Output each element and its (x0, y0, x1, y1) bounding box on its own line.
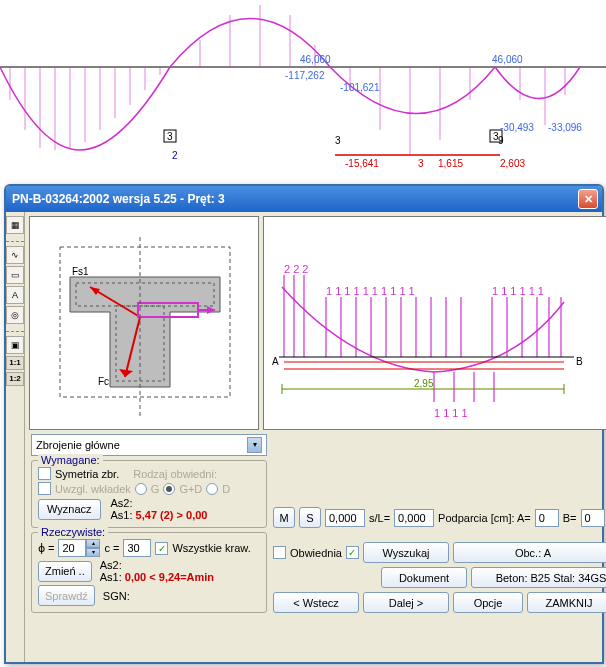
tool-section-icon[interactable]: ▭ (6, 266, 24, 284)
radio-g (135, 483, 147, 495)
zoom-1-1[interactable]: 1:1 (6, 356, 24, 370)
btn-zmien[interactable]: Zmień .. (38, 561, 92, 582)
rzeczywiste-title: Rzeczywiste: (38, 526, 108, 538)
tool-1[interactable]: ▦ (6, 216, 24, 234)
window-title: PN-B-03264:2002 wersja 5.25 - Pręt: 3 (10, 192, 578, 206)
tool-target-icon[interactable]: ◎ (6, 306, 24, 324)
sL-value[interactable]: 0,000 (394, 509, 434, 527)
close-button[interactable]: ✕ (578, 189, 598, 209)
chk-wyszukaj-toggle[interactable] (346, 546, 359, 559)
node-2: 2 (172, 150, 178, 161)
btn-dokument[interactable]: Dokument (381, 567, 467, 588)
group-rzeczywiste: Rzeczywiste: ϕ = 20▴▾ c = 30 Wszystkie k… (31, 532, 267, 613)
chk-symetria[interactable] (38, 467, 51, 480)
titlebar[interactable]: PN-B-03264:2002 wersja 5.25 - Pręt: 3 ✕ (6, 186, 602, 212)
btn-dalej[interactable]: Dalej > (363, 592, 449, 613)
val-101621: -101,621 (340, 82, 379, 93)
top-222: 2 2 2 (284, 263, 308, 275)
chevron-down-icon: ▾ (247, 437, 262, 453)
support-B[interactable]: 0 (581, 509, 605, 527)
view-mode-dropdown[interactable]: Zbrojenie główne ▾ (31, 434, 267, 456)
val-117262: -117,262 (285, 70, 324, 81)
val-46060-b: 46,060 (492, 54, 523, 65)
radio-d (206, 483, 218, 495)
btn-zamknij[interactable]: ZAMKNIJ (527, 592, 606, 613)
A-label: A (272, 356, 279, 367)
val-33096: -33,096 (548, 122, 582, 133)
btn-obc-a[interactable]: Obc.: A (453, 542, 606, 563)
left-toolbar: ▦ ∿ ▭ A ◎ ▣ 1:1 1:2 (6, 212, 25, 662)
c-input[interactable]: 30 (123, 539, 151, 557)
chk-wszystkie[interactable] (155, 542, 168, 555)
ones-2: 1 1 1 1 1 1 (492, 285, 544, 297)
svg-text:3: 3 (167, 131, 173, 142)
btn-wstecz[interactable]: < Wstecz (273, 592, 359, 613)
val-30493: -30,493 (500, 122, 534, 133)
lbl-symetria: Symetria zbr. (55, 468, 119, 480)
moment-diagram: 3 3 46,060 -117,262 -101,621 46,060 -30,… (0, 0, 606, 180)
btn-M[interactable]: M (273, 507, 295, 528)
node-3b: 3 (335, 135, 341, 146)
cross-section-view[interactable]: Fs1 Fc (29, 216, 259, 430)
wymagane-title: Wymagane: (38, 454, 103, 466)
lbl-uwzgl: Uwzgl. wkładek (55, 483, 131, 495)
fc-label: Fc (98, 376, 109, 387)
btn-S[interactable]: S (299, 507, 321, 528)
phi-input[interactable]: 20 (58, 539, 86, 557)
val-1615: 1,615 (438, 158, 463, 169)
lbl-rodzaj: Rodzaj obwiedni: (133, 468, 217, 480)
group-wymagane: Wymagane: Symetria zbr. Rodzaj obwiedni:… (31, 460, 267, 528)
btn-beton-stal[interactable]: Beton: B25 Stal: 34GS (471, 567, 606, 588)
fs1-label: Fs1 (72, 266, 89, 277)
ms-value[interactable]: 0,000 (325, 509, 365, 527)
tool-curve-icon[interactable]: ∿ (6, 246, 24, 264)
span-3: 3 (418, 158, 424, 169)
val-46060-a: 46,060 (300, 54, 331, 65)
bot-ones: 1 1 1 1 (434, 407, 468, 419)
chk-uwzgl (38, 482, 51, 495)
B-label: B (576, 356, 583, 367)
dropdown-value: Zbrojenie główne (36, 439, 120, 451)
val-15641: -15,641 (345, 158, 379, 169)
btn-opcje[interactable]: Opcje (453, 592, 523, 613)
zoom-1-2[interactable]: 1:2 (6, 372, 24, 386)
beam-elevation-view[interactable]: 2 2 2 1 1 1 1 1 1 1 1 1 1 1 1 1 1 1 1 (263, 216, 606, 430)
chk-obwiednia[interactable] (273, 546, 286, 559)
phi-up[interactable]: ▴ (86, 539, 100, 548)
moment-svg: 3 3 (0, 0, 606, 180)
as1-req-value: 5,47 (2) > 0,00 (136, 509, 208, 521)
ones-1: 1 1 1 1 1 1 1 1 1 1 (326, 285, 415, 297)
val-2603: 2,603 (500, 158, 525, 169)
dim-295: 2,95 (414, 378, 434, 389)
tool-camera-icon[interactable]: ▣ (6, 336, 24, 354)
tool-a-icon[interactable]: A (6, 286, 24, 304)
as1-real-value: 0,00 < 9,24=Amin (125, 571, 214, 583)
btn-sprawdz: Sprawdź (38, 585, 95, 606)
support-A[interactable]: 0 (535, 509, 559, 527)
radio-gd (163, 483, 175, 495)
node-9: 9 (498, 135, 504, 146)
btn-wyszukaj[interactable]: Wyszukaj (363, 542, 449, 563)
design-dialog: PN-B-03264:2002 wersja 5.25 - Pręt: 3 ✕ … (4, 184, 604, 664)
btn-wyznacz[interactable]: Wyznacz (38, 499, 101, 520)
phi-down[interactable]: ▾ (86, 548, 100, 557)
